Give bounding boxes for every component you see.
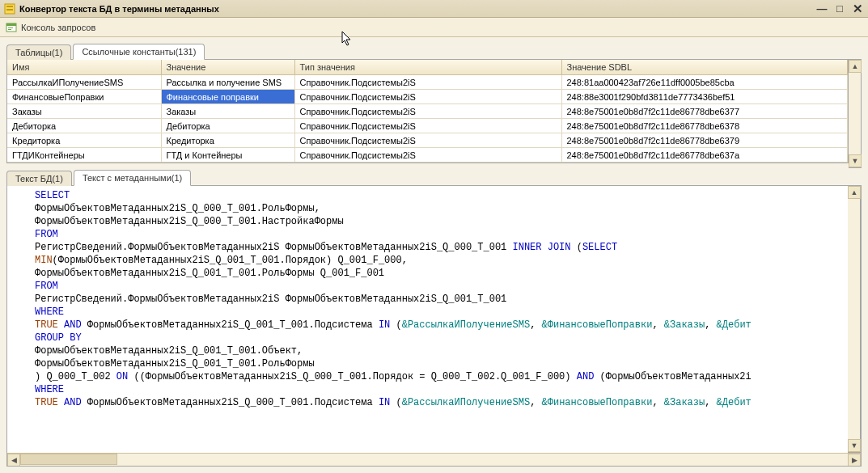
scroll-thumb[interactable] xyxy=(20,454,117,465)
cell-sdbl[interactable]: 248:88e3001f290bfd3811de7773436bef51 xyxy=(561,90,848,104)
table-row[interactable]: ГТДИКонтейнерыГТД и КонтейнерыСправочник… xyxy=(7,148,848,163)
table-row[interactable]: ЗаказыЗаказыСправочник.Подсистемы2iS248:… xyxy=(7,104,848,119)
cell-name[interactable]: Заказы xyxy=(7,104,161,119)
close-button[interactable]: ✕ xyxy=(850,2,865,15)
cell-sdbl[interactable]: 248:8e75001e0b8d7f2c11de86778dbe637a xyxy=(561,148,848,163)
cell-name[interactable]: Дебиторка xyxy=(7,119,161,133)
scroll-up-icon[interactable]: ▲ xyxy=(848,186,861,199)
code-line: ФормыОбъектовМетаданных2iS_Q_001_T_001.Р… xyxy=(35,267,845,280)
console-button[interactable]: Консоль запросов xyxy=(21,23,95,32)
toolbar: Консоль запросов xyxy=(0,18,868,37)
scroll-up-icon[interactable]: ▲ xyxy=(849,60,862,73)
svg-rect-1 xyxy=(6,6,13,7)
scroll-down-icon[interactable]: ▼ xyxy=(849,154,862,167)
table-row[interactable]: ДебиторкаДебиторкаСправочник.Подсистемы2… xyxy=(7,119,848,133)
code-line: ФормыОбъектовМетаданных2iS_Q_000_T_001.Н… xyxy=(35,215,845,228)
cell-type[interactable]: Справочник.Подсистемы2iS xyxy=(294,75,561,90)
scroll-track[interactable] xyxy=(20,454,848,466)
grid-vertical-scrollbar[interactable]: ▲ ▼ xyxy=(849,60,862,168)
code-line: РегистрСведений.ФормыОбъектовМетаданных2… xyxy=(35,241,845,254)
upper-tab-row: Таблицы(1) Ссылочные константы(131) xyxy=(6,42,862,60)
cell-type[interactable]: Справочник.Подсистемы2iS xyxy=(294,90,561,104)
code-line: WHERE xyxy=(35,306,845,319)
maximize-button[interactable]: □ xyxy=(832,2,847,15)
code-line: ) Q_000_T_002 ON ((ФормыОбъектовМетаданн… xyxy=(35,370,845,383)
code-line: WHERE xyxy=(35,383,845,396)
svg-rect-4 xyxy=(6,23,16,26)
app-icon xyxy=(3,2,16,15)
cell-name[interactable]: Кредиторка xyxy=(7,133,161,148)
lower-tab-row: Текст БД(1) Текст с метаданными(1) xyxy=(6,168,862,186)
code-line: ФормыОбъектовМетаданных2iS_Q_001_T_001.О… xyxy=(35,344,845,357)
titlebar: Конвертор текста БД в термины метаданных… xyxy=(0,0,868,18)
col-value[interactable]: Значение xyxy=(161,60,294,75)
window-title: Конвертор текста БД в термины метаданных xyxy=(19,4,815,14)
code-line: FROM xyxy=(35,228,845,241)
table-row[interactable]: РассылкаИПолучениеSMSРассылка и получени… xyxy=(7,75,848,90)
tab-tables[interactable]: Таблицы(1) xyxy=(6,44,71,60)
scroll-track[interactable] xyxy=(848,199,860,439)
cell-value[interactable]: Дебиторка xyxy=(161,119,294,133)
content-area: Таблицы(1) Ссылочные константы(131) Имя … xyxy=(0,37,868,473)
cell-value[interactable]: ГТД и Контейнеры xyxy=(161,148,294,163)
col-name[interactable]: Имя xyxy=(7,60,161,75)
scroll-left-icon[interactable]: ◀ xyxy=(7,454,20,467)
cell-value[interactable]: Рассылка и получение SMS xyxy=(161,75,294,90)
cell-name[interactable]: ГТДИКонтейнеры xyxy=(7,148,161,163)
cell-type[interactable]: Справочник.Подсистемы2iS xyxy=(294,104,561,119)
cell-type[interactable]: Справочник.Подсистемы2iS xyxy=(294,133,561,148)
cell-sdbl[interactable]: 248:8e75001e0b8d7f2c11de86778dbe6377 xyxy=(561,104,848,119)
scroll-right-icon[interactable]: ▶ xyxy=(848,454,861,467)
svg-rect-6 xyxy=(8,29,11,30)
code-line: GROUP BY xyxy=(35,332,845,344)
svg-rect-2 xyxy=(6,9,13,11)
cell-type[interactable]: Справочник.Подсистемы2iS xyxy=(294,148,561,163)
cell-type[interactable]: Справочник.Подсистемы2iS xyxy=(294,119,561,133)
code-line: ФормыОбъектовМетаданных2iS_Q_000_T_001.Р… xyxy=(35,202,845,215)
window-controls: — □ ✕ xyxy=(815,2,865,15)
cell-name[interactable]: РассылкаИПолучениеSMS xyxy=(7,75,161,90)
col-type[interactable]: Тип значения xyxy=(294,60,561,75)
table-row[interactable]: КредиторкаКредиторкаСправочник.Подсистем… xyxy=(7,133,848,148)
cell-sdbl[interactable]: 248:8e75001e0b8d7f2c11de86778dbe6378 xyxy=(561,119,848,133)
code-vertical-scrollbar[interactable]: ▲ ▼ xyxy=(848,186,861,453)
cell-value[interactable]: Кредиторка xyxy=(161,133,294,148)
grid-header-row: Имя Значение Тип значения Значение SDBL xyxy=(7,60,848,75)
tab-text-metadata[interactable]: Текст с метаданными(1) xyxy=(74,170,191,186)
table-row[interactable]: ФинансовыеПоправкиФинансовые поправкиСпр… xyxy=(7,90,848,104)
code-editor[interactable]: SELECTФормыОбъектовМетаданных2iS_Q_000_T… xyxy=(7,186,848,453)
code-line: ФормыОбъектовМетаданных2iS_Q_001_T_001.Р… xyxy=(35,357,845,370)
code-line: SELECT xyxy=(35,189,845,202)
console-icon xyxy=(5,21,18,34)
grid-container: Имя Значение Тип значения Значение SDBL … xyxy=(6,60,862,168)
tab-ref-constants[interactable]: Ссылочные константы(131) xyxy=(73,44,205,60)
minimize-button[interactable]: — xyxy=(815,2,829,15)
scroll-down-icon[interactable]: ▼ xyxy=(848,439,861,452)
code-line: TRUE AND ФормыОбъектовМетаданных2iS_Q_00… xyxy=(35,396,845,409)
cell-name[interactable]: ФинансовыеПоправки xyxy=(7,90,161,104)
code-line: MIN(ФормыОбъектовМетаданных2iS_Q_001_T_0… xyxy=(35,254,845,267)
code-horizontal-scrollbar[interactable]: ◀ ▶ xyxy=(7,453,861,466)
scroll-track[interactable] xyxy=(849,73,861,154)
constants-grid[interactable]: Имя Значение Тип значения Значение SDBL … xyxy=(7,60,848,163)
svg-rect-5 xyxy=(8,27,13,28)
code-line: TRUE AND ФормыОбъектовМетаданных2iS_Q_00… xyxy=(35,319,845,332)
code-line: FROM xyxy=(35,280,845,293)
code-area: SELECTФормыОбъектовМетаданных2iS_Q_000_T… xyxy=(6,186,862,467)
cell-value[interactable]: Финансовые поправки xyxy=(161,90,294,104)
cell-value[interactable]: Заказы xyxy=(161,104,294,119)
cell-sdbl[interactable]: 248:81aa000423af726e11dff0005be85cba xyxy=(561,75,848,90)
tab-text-db[interactable]: Текст БД(1) xyxy=(6,171,72,186)
col-sdbl[interactable]: Значение SDBL xyxy=(561,60,848,75)
code-line: РегистрСведений.ФормыОбъектовМетаданных2… xyxy=(35,293,845,306)
cell-sdbl[interactable]: 248:8e75001e0b8d7f2c11de86778dbe6379 xyxy=(561,133,848,148)
